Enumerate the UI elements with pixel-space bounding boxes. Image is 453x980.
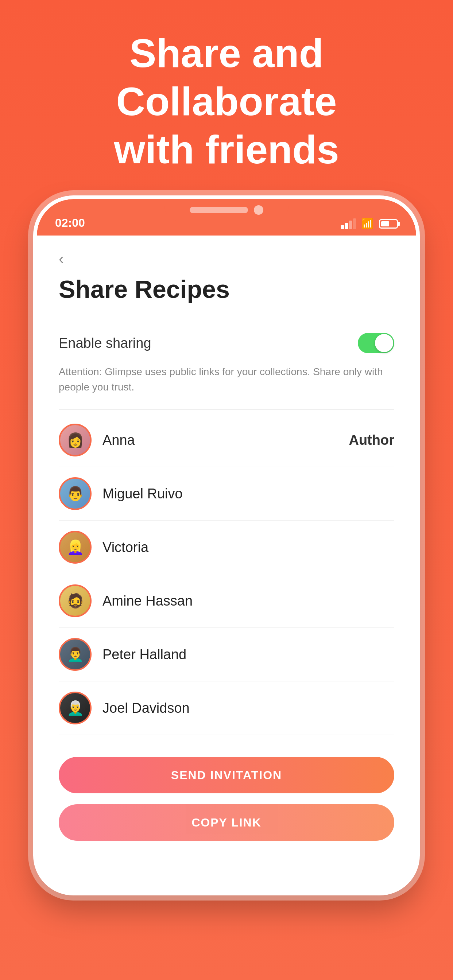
notch [164,199,289,221]
contact-item[interactable]: 👨‍🦱 Peter Halland [59,628,394,681]
avatar-victoria: 👱‍♀️ [59,531,91,564]
send-invitation-button[interactable]: SEND INVITATION [59,757,394,793]
contact-name-amine: Amine Hassan [102,593,394,609]
contact-name-victoria: Victoria [102,539,394,555]
author-badge: Author [349,433,394,448]
wifi-icon: 📶 [361,218,374,230]
notch-pill [190,207,248,213]
contact-item[interactable]: 👨 Miguel Ruivo [59,467,394,520]
avatar-peter: 👨‍🦱 [59,638,91,671]
back-button[interactable]: ‹ [59,250,394,267]
contact-list: 👩 Anna Author 👨 Miguel Ruivo 👱‍♀️ Victor… [59,414,394,735]
hero-line3: with friends [114,127,339,172]
sharing-toggle-row: Enable sharing [59,322,394,364]
avatar-miguel: 👨 [59,477,91,510]
contact-name-anna: Anna [102,433,349,448]
phone-content: ‹ Share Recipes Enable sharing Attention… [37,235,416,892]
front-camera [254,205,263,215]
battery-fill [381,221,389,226]
battery-icon [379,219,398,229]
status-bar: 02:00 📶 [37,199,416,235]
signal-icon [341,218,356,229]
phone-frame: 02:00 📶 ‹ Share Recipes Enable sha [33,196,420,896]
hero-line2: Collaborate [116,79,337,124]
divider-top [59,318,394,318]
volume-up-button[interactable] [33,309,35,337]
sharing-label: Enable sharing [59,336,152,351]
contact-item[interactable]: 🧔 Amine Hassan [59,574,394,628]
contact-name-miguel: Miguel Ruivo [102,486,394,502]
volume-down-button[interactable] [33,345,35,374]
status-icons: 📶 [341,218,398,230]
hero-line1: Share and [129,30,324,75]
copy-link-button[interactable]: COPY LINK [59,804,394,841]
contact-name-peter: Peter Halland [102,647,394,662]
signal-bar-3 [349,221,352,229]
contact-item[interactable]: 👱‍♀️ Victoria [59,520,394,574]
signal-bar-1 [341,225,344,229]
power-button[interactable] [418,327,420,374]
toggle-knob [375,334,393,352]
avatar-face: 👩 [60,425,90,455]
signal-bar-2 [345,223,348,229]
avatar-face: 👱‍♀️ [60,532,90,562]
avatar-face: 👨‍🦱 [60,640,90,670]
avatar-anna: 👩 [59,424,91,457]
avatar-amine: 🧔 [59,584,91,617]
attention-text: Attention: Glimpse uses public links for… [59,364,394,406]
avatar-joel: 👨‍🦳 [59,692,91,724]
action-buttons: SEND INVITATION COPY LINK [59,735,394,841]
contact-name-joel: Joel Davidson [102,700,394,716]
avatar-face: 🧔 [60,586,90,616]
signal-bar-4 [353,218,356,229]
hero-section: Share and Collaborate with friends [114,0,339,196]
contact-item[interactable]: 👨‍🦳 Joel Davidson [59,681,394,735]
status-time: 02:00 [55,216,85,230]
contact-item[interactable]: 👩 Anna Author [59,414,394,467]
page-title: Share Recipes [59,275,394,303]
divider-attention [59,409,394,410]
sharing-toggle[interactable] [358,333,394,353]
avatar-face: 👨‍🦳 [60,693,90,723]
avatar-face: 👨 [60,479,90,509]
